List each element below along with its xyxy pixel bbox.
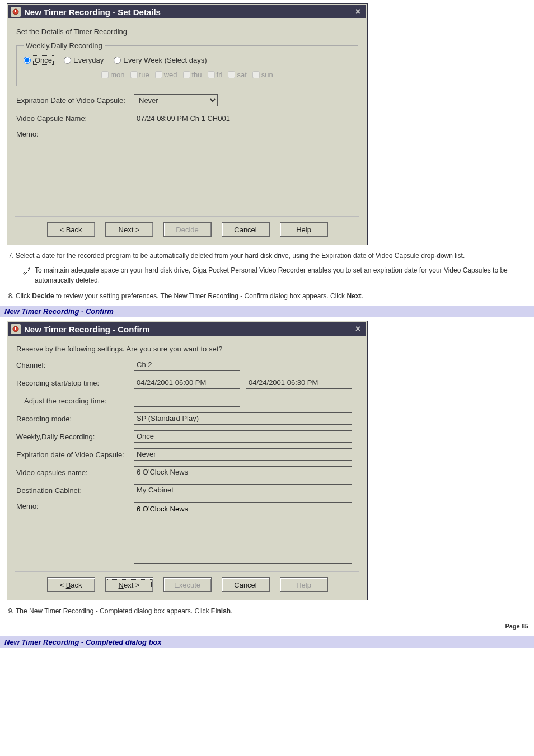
- val-start: 04/24/2001 06:00 PM: [134, 377, 240, 389]
- expiration-select[interactable]: Never: [134, 94, 218, 106]
- title-text-2: New Timer Recording - Confirm: [24, 325, 150, 334]
- prompt-text-2: Reserve by the following settings. Are y…: [16, 345, 358, 353]
- close-icon[interactable]: ×: [353, 7, 363, 16]
- app-icon-2: [11, 324, 21, 334]
- lbl-weekly: Weekly,Daily Recording:: [16, 433, 128, 441]
- cancel-button-2[interactable]: Cancel: [222, 577, 270, 592]
- lbl-adjust: Adjust the recording time:: [16, 397, 128, 405]
- val-memo: 6 O'Clock News: [134, 502, 352, 564]
- radio-everyday[interactable]: Everyday: [64, 56, 104, 64]
- chk-sun: sun: [252, 71, 273, 79]
- prompt-text: Set the Details of Timer Recording: [16, 27, 358, 36]
- next-button[interactable]: Next >: [105, 222, 153, 237]
- page-number: Page 85: [0, 619, 534, 632]
- step-list-8: Click Decide to review your setting pref…: [0, 291, 534, 301]
- radio-select-days[interactable]: Every Week (Select days): [114, 56, 207, 64]
- lbl-capsules: Video capsules name:: [16, 468, 128, 477]
- chk-fri: fri: [208, 71, 223, 79]
- cancel-button[interactable]: Cancel: [222, 222, 270, 237]
- pencil-icon: [22, 266, 31, 285]
- step-list: Select a date for the recorded program t…: [0, 251, 534, 261]
- back-button[interactable]: < Back: [47, 222, 95, 237]
- radio-select-days-label: Every Week (Select days): [123, 56, 207, 64]
- lbl-memo2: Memo:: [16, 502, 128, 510]
- val-adjust: [134, 395, 240, 407]
- chk-sat: sat: [228, 71, 246, 79]
- chk-tue: tue: [130, 71, 149, 79]
- decide-button: Decide: [163, 222, 212, 237]
- app-icon: [11, 7, 21, 17]
- step-8: Click Decide to review your setting pref…: [16, 291, 534, 301]
- close-icon-2[interactable]: ×: [353, 325, 363, 334]
- radio-once-label: Once: [33, 55, 54, 65]
- help-button[interactable]: Help: [280, 222, 328, 237]
- val-channel: Ch 2: [134, 359, 240, 371]
- memo-input[interactable]: [134, 130, 358, 208]
- val-capsules: 6 O'Clock News: [134, 466, 352, 478]
- svg-rect-1: [15, 10, 16, 12]
- val-expiration: Never: [134, 448, 352, 461]
- next-button-2[interactable]: Next >: [105, 577, 153, 592]
- note-7-text: To maintain adequate space on your hard …: [35, 265, 534, 285]
- divider: [15, 216, 359, 217]
- val-dest: My Cabinet: [134, 484, 352, 496]
- val-mode: SP (Standard Play): [134, 412, 352, 425]
- lbl-mode: Recording mode:: [16, 415, 128, 423]
- step-7: Select a date for the recorded program t…: [16, 251, 534, 261]
- title-text: New Timer Recording - Set Details: [24, 7, 161, 17]
- label-memo: Memo:: [16, 130, 128, 138]
- val-weekly: Once: [134, 430, 352, 443]
- label-capsule-name: Video Capsule Name:: [16, 114, 128, 123]
- chk-thu: thu: [183, 71, 202, 79]
- section-head-confirm: New Timer Recording - Confirm: [0, 306, 534, 317]
- dialog-set-details: New Timer Recording - Set Details × Set …: [7, 3, 368, 245]
- step-9: The New Timer Recording - Completed dial…: [16, 606, 534, 616]
- divider-2: [15, 571, 359, 572]
- capsule-name-input[interactable]: [134, 112, 358, 124]
- svg-rect-3: [15, 327, 16, 330]
- chk-wed: wed: [155, 71, 177, 79]
- radio-everyday-label: Everyday: [73, 56, 104, 64]
- lbl-expiration: Expiration date of Video Capsule:: [16, 450, 128, 459]
- radio-once[interactable]: Once: [24, 55, 54, 65]
- back-button-2[interactable]: < Back: [47, 577, 95, 592]
- val-stop: 04/24/2001 06:30 PM: [246, 377, 352, 389]
- note-7: To maintain adequate space on your hard …: [22, 265, 534, 285]
- titlebar: New Timer Recording - Set Details ×: [7, 4, 367, 18]
- radio-once-input[interactable]: [24, 57, 31, 64]
- step-list-9: The New Timer Recording - Completed dial…: [0, 606, 534, 616]
- dialog-confirm: New Timer Recording - Confirm × Reserve …: [7, 321, 368, 600]
- execute-button: Execute: [163, 577, 212, 592]
- section-head-completed: New Timer Recording - Completed dialog b…: [0, 636, 534, 648]
- lbl-dest: Destination Cabinet:: [16, 486, 128, 495]
- titlebar-2: New Timer Recording - Confirm ×: [7, 321, 367, 336]
- chk-mon: mon: [101, 71, 124, 79]
- label-expiration: Expiration Date of Video Capsule:: [16, 96, 128, 105]
- lbl-startstop: Recording start/stop time:: [16, 379, 128, 387]
- radio-everyday-input[interactable]: [64, 57, 71, 64]
- lbl-channel: Channel:: [16, 361, 128, 369]
- help-button-2: Help: [280, 577, 328, 592]
- weekly-daily-group: Weekly,Daily Recording Once Everyday Eve…: [16, 41, 358, 86]
- radio-select-days-input[interactable]: [114, 57, 121, 64]
- group-legend: Weekly,Daily Recording: [24, 41, 105, 50]
